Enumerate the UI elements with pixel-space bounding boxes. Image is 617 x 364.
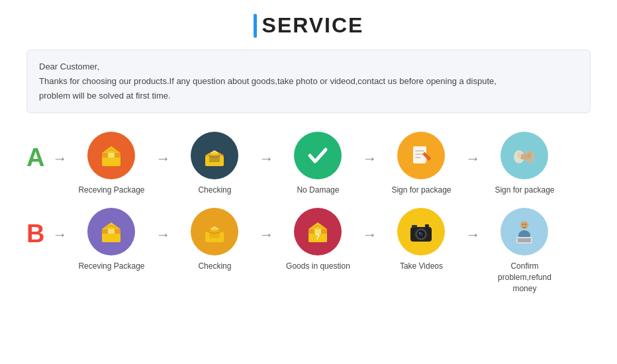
arrow-a-start: → <box>51 150 68 167</box>
arrow-icon: → <box>362 150 377 167</box>
arrow-icon: → <box>52 150 67 167</box>
arrow-icon: → <box>465 226 480 244</box>
step-a-1: Receving Package <box>68 132 154 196</box>
icon-a-5 <box>500 132 548 179</box>
step-b-3: ? Goods in question <box>275 208 361 272</box>
svg-rect-30 <box>209 232 220 238</box>
icon-b-2 <box>191 208 238 255</box>
arrow-icon: → <box>259 150 273 167</box>
icon-a-2 <box>191 132 238 179</box>
arrow-icon: → <box>156 226 170 244</box>
step-a-2: Checking <box>171 132 258 196</box>
arrow-b-4: → <box>464 226 481 244</box>
svg-point-41 <box>419 232 420 234</box>
icon-b-3: ? <box>294 208 342 255</box>
svg-rect-18 <box>520 154 528 159</box>
notice-line2: Thanks for choosing our products.If any … <box>39 74 578 89</box>
step-b-2: Checking <box>171 208 258 272</box>
step-b-5-label: Confirm problem,refund money <box>488 261 561 294</box>
svg-rect-9 <box>209 156 220 162</box>
step-a-4-label: Sign for package <box>391 185 451 196</box>
row-b: B → Receving Package → <box>26 208 591 294</box>
step-b-4-label: Take Videos <box>400 261 443 272</box>
arrow-icon: → <box>362 226 377 244</box>
arrow-a-2: → <box>258 150 275 167</box>
notice-line3: problem will be solved at first time. <box>39 89 578 103</box>
svg-rect-47 <box>518 238 531 242</box>
svg-point-49 <box>525 224 526 225</box>
arrow-b-start: → <box>51 226 68 244</box>
svg-rect-42 <box>425 224 429 227</box>
step-a-2-label: Checking <box>198 185 231 196</box>
step-a-5-label: Sign for package <box>495 185 554 196</box>
row-a-steps: Receving Package → Checking → <box>68 132 591 196</box>
step-b-1-label: Receving Package <box>78 261 144 272</box>
step-a-3-label: No Damage <box>297 185 339 196</box>
row-b-label: B <box>26 220 44 248</box>
step-a-3: No Damage <box>275 132 361 196</box>
title-accent-bar <box>254 14 257 38</box>
step-a-4: Sign for package <box>378 132 464 196</box>
arrow-icon: → <box>465 150 480 167</box>
icon-a-4 <box>397 132 445 179</box>
step-b-3-label: Goods in question <box>286 261 350 272</box>
icon-a-1 <box>87 132 135 179</box>
step-a-1-label: Receving Package <box>78 185 144 196</box>
arrow-a-1: → <box>154 150 171 167</box>
svg-rect-13 <box>415 157 421 158</box>
arrow-b-2: → <box>258 226 275 244</box>
icon-b-1 <box>87 208 135 255</box>
row-b-steps: Receving Package → Checking → <box>68 208 591 294</box>
title-area: SERVICE <box>254 13 364 38</box>
icon-b-4 <box>397 208 445 255</box>
step-b-1: Receving Package <box>68 208 154 272</box>
arrow-a-3: → <box>361 150 378 167</box>
svg-text:?: ? <box>315 232 320 242</box>
svg-rect-23 <box>108 229 115 234</box>
arrow-icon: → <box>156 150 170 167</box>
svg-rect-43 <box>412 225 417 228</box>
icon-a-3 <box>294 132 342 179</box>
step-b-5: Confirm problem,refund money <box>481 208 567 294</box>
svg-rect-11 <box>415 150 424 152</box>
row-a: A → Receving Package → <box>26 132 591 196</box>
arrow-icon: → <box>259 226 273 244</box>
svg-rect-2 <box>108 153 115 158</box>
arrow-a-4: → <box>464 150 481 167</box>
page-title: SERVICE <box>262 13 364 38</box>
row-a-label: A <box>26 144 44 172</box>
step-b-4: Take Videos <box>378 208 464 272</box>
step-b-2-label: Checking <box>198 261 231 272</box>
notice-line1: Dear Customer, <box>39 60 578 74</box>
arrow-b-1: → <box>154 226 171 244</box>
svg-point-48 <box>522 224 524 225</box>
arrow-b-3: → <box>361 226 378 244</box>
notice-box: Dear Customer, Thanks for choosing our p… <box>26 50 591 113</box>
icon-b-5 <box>500 208 548 255</box>
arrow-icon: → <box>52 226 67 244</box>
step-a-5: Sign for package <box>481 132 567 196</box>
